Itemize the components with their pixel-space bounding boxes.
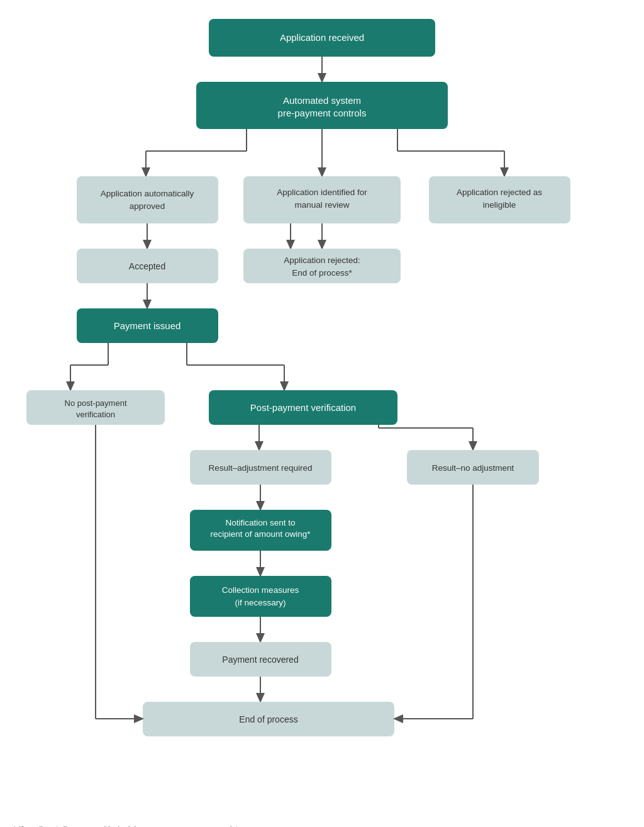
- no-post-payment-label-1: No post-payment: [65, 398, 127, 408]
- payment-issued-label: Payment issued: [114, 320, 181, 331]
- flowchart-svg: Application received Automated system pr…: [20, 13, 624, 812]
- notification-sent-label-2: recipient of amount owing*: [210, 529, 311, 539]
- flowchart: Application received Automated system pr…: [20, 13, 624, 812]
- accepted-label: Accepted: [129, 261, 165, 271]
- collection-measures-label-2: (if necessary): [235, 598, 286, 607]
- manual-review-label-1: Application identified for: [277, 188, 367, 197]
- app-rejected-end-label-2: End of process*: [292, 268, 352, 278]
- automated-system-label-2: pre-payment controls: [278, 108, 367, 118]
- auto-approved-label-2: approved: [130, 201, 165, 211]
- payment-recovered-label: Payment recovered: [222, 655, 298, 665]
- collection-measures-node: [190, 576, 331, 617]
- application-received-label: Application received: [280, 32, 364, 43]
- end-of-process-label: End of process: [239, 714, 297, 724]
- app-rejected-end-node: [243, 249, 401, 283]
- auto-approved-node: [77, 176, 218, 223]
- auto-approved-label-1: Application automatically: [101, 189, 194, 198]
- automated-system-label-1: Automated system: [283, 95, 361, 106]
- no-post-payment-label-2: verification: [76, 410, 115, 419]
- rejected-ineligible-label-2: ineligible: [483, 200, 516, 210]
- collection-measures-label-1: Collection measures: [222, 585, 299, 595]
- rejected-ineligible-label-1: Application rejected as: [457, 188, 542, 197]
- result-adjustment-label: Result–adjustment required: [208, 463, 312, 473]
- manual-review-label-2: manual review: [294, 200, 349, 210]
- app-rejected-end-label-1: Application rejected:: [284, 256, 360, 265]
- notification-sent-label-1: Notification sent to: [225, 518, 295, 527]
- result-no-adjustment-label: Result–no adjustment: [432, 463, 514, 473]
- footnote: * If applicant disagrees with decision, …: [13, 824, 631, 827]
- post-payment-label: Post-payment verification: [250, 402, 356, 413]
